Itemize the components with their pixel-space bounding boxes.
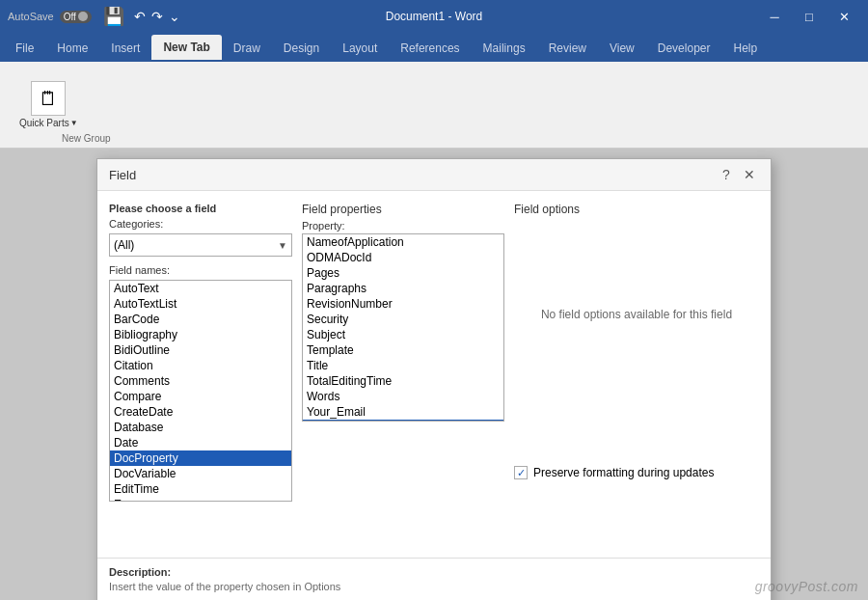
property-list[interactable]: NameofApplication ODMADocId Pages Paragr… — [302, 233, 504, 422]
autosave-state: Off — [64, 12, 76, 22]
quick-parts-label: Quick Parts ▼ — [19, 118, 78, 128]
categories-value: (All) — [114, 238, 134, 252]
title-bar: AutoSave Off 💾 ↶ ↷ ⌄ Document1 - Word ─ … — [0, 0, 868, 33]
dialog-title-buttons: ? ✕ — [717, 165, 759, 184]
autosave-dot — [78, 12, 88, 21]
dialog-close-button[interactable]: ✕ — [740, 165, 759, 184]
autosave-label: AutoSave — [8, 11, 54, 22]
field-item-citation[interactable]: Citation — [110, 358, 291, 373]
field-item-autotextlist[interactable]: AutoTextList — [110, 296, 291, 312]
property-label: Property: — [302, 220, 504, 232]
categories-dropdown-arrow: ▼ — [278, 240, 287, 251]
description-text: Insert the value of the property chosen … — [109, 581, 759, 592]
tab-help[interactable]: Help — [721, 35, 769, 62]
section-left-label: Please choose a field — [109, 203, 292, 214]
field-item-database[interactable]: Database — [110, 420, 291, 435]
prop-revisionnumber[interactable]: RevisionNumber — [303, 296, 503, 312]
tab-insert[interactable]: Insert — [99, 35, 151, 62]
prop-your-email[interactable]: Your_Email — [303, 404, 503, 420]
tab-mailings[interactable]: Mailings — [472, 35, 537, 62]
tab-view[interactable]: View — [598, 35, 646, 62]
field-item-edittime[interactable]: EditTime — [110, 481, 291, 497]
prop-security[interactable]: Security — [303, 312, 503, 327]
field-item-docvariable[interactable]: DocVariable — [110, 466, 291, 481]
ribbon-content: 🗒 Quick Parts ▼ New Group — [0, 62, 868, 149]
field-item-date[interactable]: Date — [110, 435, 291, 450]
redo-icon[interactable]: ↷ — [151, 9, 163, 24]
preserve-formatting-row: Preserve formatting during updates — [514, 466, 759, 479]
prop-paragraphs[interactable]: Paragraphs — [303, 281, 503, 296]
watermark: groovyPost.com — [755, 579, 858, 594]
dialog-overlay: Field ? ✕ Please choose a field Categori… — [0, 149, 868, 600]
new-group-label: New Group — [62, 133, 111, 144]
dialog-help-button[interactable]: ? — [717, 165, 736, 184]
tab-design[interactable]: Design — [272, 35, 331, 62]
description-label: Description: — [109, 566, 759, 578]
maximize-button[interactable]: □ — [793, 0, 826, 33]
title-bar-left: AutoSave Off 💾 ↶ ↷ ⌄ — [8, 6, 180, 27]
quick-parts-icon: 🗒 — [31, 81, 66, 116]
field-item-createdate[interactable]: CreateDate — [110, 404, 291, 420]
categories-select[interactable]: (All) ▼ — [109, 233, 292, 257]
tab-review[interactable]: Review — [537, 35, 598, 62]
preserve-checkbox-label: Preserve formatting during updates — [533, 466, 714, 479]
tab-references[interactable]: References — [389, 35, 471, 62]
prop-odmadocid[interactable]: ODMADocId — [303, 250, 503, 265]
dialog-title: Field — [109, 168, 136, 182]
title-bar-title: Document1 - Word — [386, 10, 482, 23]
panel-right: Field options No field options available… — [514, 203, 759, 546]
save-icon[interactable]: 💾 — [103, 6, 124, 27]
preserve-checkbox[interactable] — [514, 466, 528, 479]
categories-label: Categories: — [109, 218, 292, 230]
section-middle-label: Field properties — [302, 203, 504, 216]
field-dialog: Field ? ✕ Please choose a field Categori… — [96, 158, 772, 600]
panel-left: Please choose a field Categories: (All) … — [109, 203, 292, 546]
field-item-autotext[interactable]: AutoText — [110, 281, 291, 296]
no-options-text: No field options available for this fiel… — [541, 308, 732, 321]
prop-totaleditingtime[interactable]: TotalEditingTime — [303, 373, 503, 389]
title-bar-controls: ─ □ ✕ — [758, 0, 860, 33]
autosave-toggle[interactable]: Off — [60, 11, 92, 23]
main-area: Field ? ✕ Please choose a field Categori… — [0, 149, 868, 600]
prop-your-name[interactable]: Your_Name — [303, 420, 503, 422]
ribbon-tabs: File Home Insert New Tab Draw Design Lay… — [0, 33, 868, 62]
minimize-button[interactable]: ─ — [758, 0, 791, 33]
prop-title[interactable]: Title — [303, 358, 503, 373]
customize-icon[interactable]: ⌄ — [169, 9, 180, 24]
tab-layout[interactable]: Layout — [331, 35, 389, 62]
field-item-comments[interactable]: Comments — [110, 373, 291, 389]
field-names-list[interactable]: AutoText AutoTextList BarCode Bibliograp… — [109, 280, 292, 502]
field-item-barcode[interactable]: BarCode — [110, 312, 291, 327]
field-item-bidioutline[interactable]: BidiOutline — [110, 342, 291, 358]
undo-icon[interactable]: ↶ — [134, 9, 146, 24]
dialog-title-bar: Field ? ✕ — [97, 159, 771, 191]
section-right-label: Field options — [514, 203, 759, 216]
field-options-area: No field options available for this fiel… — [514, 220, 759, 408]
tab-file[interactable]: File — [4, 35, 45, 62]
tab-new-tab[interactable]: New Tab — [151, 35, 221, 62]
tab-home[interactable]: Home — [45, 35, 99, 62]
field-item-eq[interactable]: Eq — [110, 497, 291, 502]
field-item-compare[interactable]: Compare — [110, 389, 291, 404]
field-item-docproperty[interactable]: DocProperty — [110, 450, 291, 466]
close-button[interactable]: ✕ — [827, 0, 860, 33]
quick-parts-button[interactable]: 🗒 Quick Parts ▼ — [8, 66, 90, 144]
prop-words[interactable]: Words — [303, 389, 503, 404]
panel-middle: Field properties Property: NameofApplica… — [302, 203, 504, 546]
tab-draw[interactable]: Draw — [222, 35, 272, 62]
field-names-label: Field names: — [109, 264, 292, 276]
prop-nameofapplication[interactable]: NameofApplication — [303, 234, 503, 250]
prop-template[interactable]: Template — [303, 342, 503, 358]
tab-developer[interactable]: Developer — [646, 35, 722, 62]
prop-subject[interactable]: Subject — [303, 327, 503, 342]
description-area: Description: Insert the value of the pro… — [97, 558, 771, 600]
field-item-bibliography[interactable]: Bibliography — [110, 327, 291, 342]
quick-parts-dropdown-arrow: ▼ — [70, 119, 78, 127]
prop-pages[interactable]: Pages — [303, 265, 503, 281]
dialog-body: Please choose a field Categories: (All) … — [97, 191, 771, 558]
